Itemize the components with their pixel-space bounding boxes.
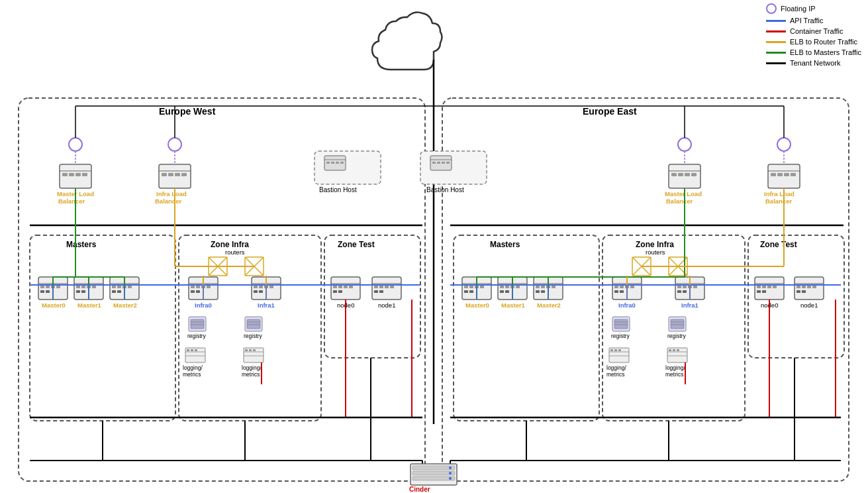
svg-rect-1 (62, 173, 68, 176)
svg-rect-109 (516, 286, 520, 288)
svg-rect-175 (247, 319, 260, 329)
legend-elb-masters-label: ELB to Masters Traffic (790, 48, 861, 56)
svg-rect-161 (245, 257, 264, 276)
svg-rect-11 (671, 173, 677, 176)
legend-api-label: API Traffic (790, 17, 824, 25)
svg-rect-91 (390, 286, 394, 288)
svg-rect-17 (777, 173, 783, 176)
west-infra1-group: Infra1 (252, 277, 281, 309)
europe-east-box (442, 98, 849, 481)
svg-rect-14 (691, 173, 697, 176)
svg-rect-125 (620, 286, 624, 288)
svg-rect-53 (117, 286, 121, 288)
svg-rect-124 (614, 286, 618, 288)
svg-text:Master0: Master0 (465, 301, 489, 309)
legend-container-traffic: Container Traffic (766, 27, 861, 35)
svg-rect-88 (374, 286, 378, 288)
svg-rect-65 (191, 290, 195, 293)
cinder-storage-icon (410, 464, 457, 485)
svg-rect-61 (191, 286, 195, 288)
svg-rect-35 (46, 286, 50, 288)
svg-rect-31 (446, 162, 450, 164)
svg-text:Master0: Master0 (42, 301, 66, 309)
svg-rect-108 (510, 286, 514, 288)
svg-rect-45 (87, 286, 91, 288)
svg-rect-34 (40, 286, 44, 288)
west-test-label: Zone Test (338, 240, 375, 249)
svg-rect-147 (762, 290, 766, 293)
svg-rect-7 (168, 173, 173, 176)
svg-rect-188 (249, 349, 252, 351)
svg-text:Infra0: Infra0 (195, 301, 212, 309)
svg-rect-86 (372, 277, 401, 300)
west-master1-group: Master1 (74, 277, 103, 309)
west-routers-label: routers (225, 248, 245, 256)
svg-rect-66 (196, 290, 200, 293)
east-logging0-icon (609, 348, 629, 362)
legend-tenant-network: Tenant Network (766, 59, 861, 67)
svg-rect-23 (331, 162, 334, 164)
svg-rect-154 (812, 286, 816, 288)
svg-rect-183 (195, 349, 197, 351)
svg-rect-29 (437, 162, 440, 164)
svg-rect-151 (796, 286, 800, 288)
svg-rect-82 (349, 286, 353, 288)
svg-rect-13 (685, 173, 690, 176)
svg-rect-54 (122, 286, 126, 288)
svg-rect-59 (189, 277, 218, 300)
svg-rect-101 (464, 290, 468, 293)
svg-rect-144 (767, 286, 771, 288)
east-infra-lb-label2: Balancer (765, 197, 792, 205)
svg-text:Infra1: Infra1 (681, 301, 699, 309)
svg-rect-119 (536, 290, 540, 293)
svg-rect-24 (336, 162, 339, 164)
svg-line-165 (632, 257, 651, 276)
east-infra-label: Zone Infra (636, 240, 674, 249)
east-logging0-label2: metrics (606, 371, 624, 378)
west-master-lb-label2: Balancer (58, 197, 85, 205)
svg-rect-63 (201, 286, 205, 288)
svg-rect-135 (688, 286, 692, 288)
svg-rect-79 (333, 286, 337, 288)
svg-rect-143 (762, 286, 766, 288)
svg-rect-2 (69, 173, 74, 176)
svg-rect-138 (683, 290, 687, 293)
svg-point-214 (449, 466, 452, 469)
svg-rect-174 (245, 317, 262, 331)
svg-rect-191 (614, 319, 628, 329)
svg-rect-98 (469, 286, 473, 288)
west-infra-lb-icon (159, 164, 191, 188)
west-masters-zone (30, 235, 175, 421)
floating-ip-west-infra (168, 138, 181, 151)
east-master-lb-icon (669, 164, 700, 188)
svg-rect-134 (683, 286, 687, 288)
svg-rect-93 (379, 290, 383, 293)
svg-rect-47 (76, 290, 80, 293)
west-master-lb-icon (60, 164, 91, 188)
svg-rect-115 (536, 286, 540, 288)
svg-rect-153 (807, 286, 811, 288)
west-test-zone (324, 235, 420, 358)
svg-rect-68 (252, 277, 281, 300)
east-master1-group: Master1 (498, 277, 527, 309)
east-masters-label: Masters (490, 240, 520, 249)
svg-text:node0: node0 (761, 301, 778, 309)
svg-rect-113 (534, 277, 563, 300)
svg-rect-178 (185, 348, 205, 362)
east-node1-group: node1 (795, 277, 824, 309)
svg-rect-48 (81, 290, 85, 293)
east-logging1-icon (667, 348, 687, 362)
east-node0-group: node0 (755, 277, 784, 309)
svg-rect-57 (117, 290, 121, 293)
diagram: Europe West Europe East Masters Zone Inf… (0, 0, 868, 493)
east-logging1-label: logging/ (665, 364, 685, 371)
legend-api-traffic: API Traffic (766, 17, 861, 25)
cinder-label: Cinder (409, 486, 430, 493)
west-logging0-icon (185, 348, 205, 362)
svg-rect-74 (254, 290, 258, 293)
svg-rect-38 (40, 290, 44, 293)
svg-rect-110 (500, 290, 504, 293)
svg-text:Infra0: Infra0 (618, 301, 636, 309)
svg-line-159 (209, 257, 227, 276)
svg-rect-137 (677, 290, 681, 293)
